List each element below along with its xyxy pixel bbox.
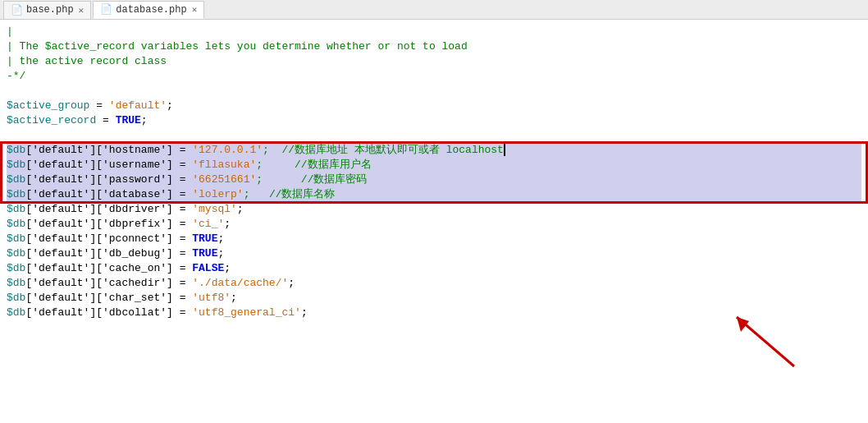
tab-label: base.php xyxy=(26,4,74,16)
code-line: $db['default']['dbdriver'] = 'mysql'; xyxy=(7,202,861,217)
code-line: $db['default']['db_debug'] = TRUE; xyxy=(7,246,861,261)
code-line xyxy=(7,128,861,143)
svg-line-0 xyxy=(737,317,794,366)
code-line: $db['default']['dbcollat'] = 'utf8_gener… xyxy=(7,306,861,320)
code-line: | The $active_record variables lets you … xyxy=(7,39,861,54)
tab-icon: 📄 xyxy=(100,3,112,16)
code-line: $db['default']['pconnect'] = TRUE; xyxy=(7,232,861,246)
code-line: -*/ xyxy=(7,69,861,84)
tab-icon: 📄 xyxy=(11,4,23,16)
code-line: $db['default']['char_set'] = 'utf8'; xyxy=(7,291,861,306)
editor-area: || The $active_record variables lets you… xyxy=(0,20,868,423)
code-line: $db['default']['username'] = 'fllasuka';… xyxy=(7,158,861,172)
close-icon[interactable]: ✕ xyxy=(192,4,198,15)
code-line: $db['default']['dbprefix'] = 'ci_'; xyxy=(7,217,861,232)
code-line: $active_group = 'default'; xyxy=(7,99,861,113)
code-line xyxy=(7,84,861,99)
code-line: | xyxy=(7,25,861,39)
tab-label: database.php xyxy=(116,4,186,16)
code-line: $db['default']['cachedir'] = './data/cac… xyxy=(7,276,861,291)
tab-base-php[interactable]: 📄 base.php ✕ xyxy=(3,1,91,19)
close-icon[interactable]: ✕ xyxy=(79,5,85,16)
code-line: | the active record class xyxy=(7,54,861,69)
code-line: $db['default']['password'] = '66251661';… xyxy=(7,172,861,187)
code-line: $active_record = TRUE; xyxy=(7,113,861,128)
code-line: $db['default']['hostname'] = '127.0.0.1'… xyxy=(7,143,861,158)
code-line: $db['default']['database'] = 'lolerp'; /… xyxy=(7,187,861,202)
tab-bar: 📄 base.php ✕ 📄 database.php ✕ xyxy=(0,0,868,20)
tab-database-php[interactable]: 📄 database.php ✕ xyxy=(93,1,204,19)
code-line: $db['default']['cache_on'] = FALSE; xyxy=(7,261,861,276)
